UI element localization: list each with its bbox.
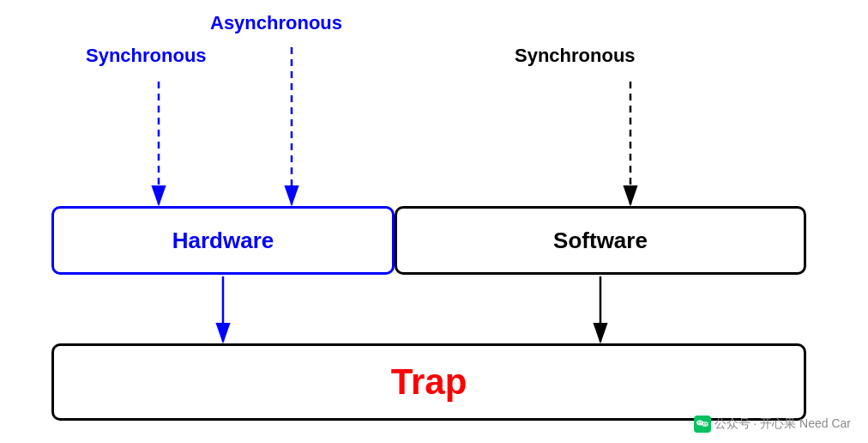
- watermark: 公众号 · 开心果 Need Car: [694, 416, 851, 433]
- label-asynchronous: Asynchronous: [210, 12, 342, 34]
- software-box: Software: [395, 206, 806, 275]
- hardware-box: Hardware: [51, 206, 395, 275]
- svg-point-7: [702, 423, 704, 425]
- svg-point-4: [702, 422, 708, 427]
- svg-point-5: [697, 422, 699, 423]
- software-label: Software: [553, 228, 648, 254]
- label-synchronous-right: Synchronous: [515, 45, 636, 67]
- svg-point-6: [700, 422, 702, 423]
- watermark-text: 公众号 · 开心果 Need Car: [714, 416, 851, 432]
- trap-box: Trap: [51, 343, 806, 421]
- wechat-icon: [694, 416, 711, 433]
- hardware-label: Hardware: [172, 228, 274, 254]
- trap-label: Trap: [391, 361, 467, 403]
- diagram: Synchronous Asynchronous Synchronous Har…: [0, 0, 868, 443]
- label-synchronous-left: Synchronous: [86, 45, 207, 67]
- svg-point-8: [705, 423, 707, 425]
